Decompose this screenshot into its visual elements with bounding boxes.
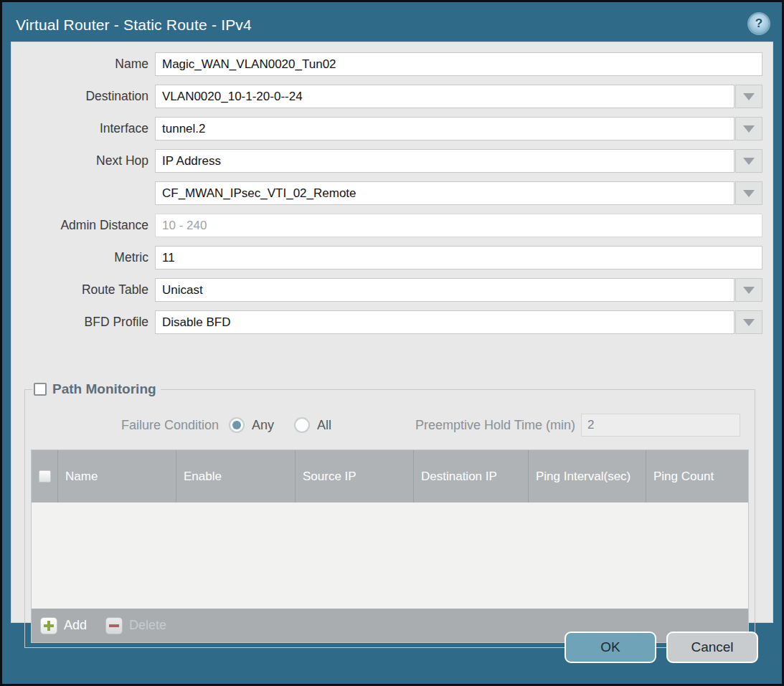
radio-icon	[294, 417, 310, 433]
chevron-down-icon	[743, 125, 755, 133]
next-hop-label: Next Hop	[11, 153, 155, 168]
add-button[interactable]: Add	[40, 617, 87, 634]
dialog-footer: OK Cancel	[565, 632, 758, 663]
table-body-empty	[32, 502, 748, 609]
radio-icon	[229, 417, 245, 433]
failure-condition-label: Failure Condition	[121, 418, 219, 433]
column-header-ping-count[interactable]: Ping Count	[646, 450, 748, 502]
metric-label: Metric	[11, 250, 155, 265]
column-header-source-ip[interactable]: Source IP	[295, 450, 413, 502]
failure-condition-row: Failure Condition Any All Preemptive Hol…	[31, 413, 749, 437]
column-header-name[interactable]: Name	[57, 450, 176, 502]
help-icon[interactable]: ?	[749, 14, 769, 34]
form-row-interface: Interface	[11, 117, 762, 140]
add-button-label: Add	[64, 618, 87, 633]
ok-button[interactable]: OK	[565, 632, 656, 663]
interface-label: Interface	[11, 121, 155, 136]
route-table-label: Route Table	[11, 282, 155, 297]
dialog-title: Virtual Router - Static Route - IPv4	[16, 16, 252, 34]
preemptive-hold-time-input[interactable]	[581, 414, 740, 437]
destination-dropdown-button[interactable]	[735, 85, 762, 108]
radio-all-label: All	[317, 418, 331, 433]
route-table-dropdown-button[interactable]	[735, 278, 762, 302]
next-hop-address-dropdown-button[interactable]	[735, 181, 762, 205]
admin-distance-label: Admin Distance	[11, 218, 155, 233]
next-hop-address-input[interactable]	[155, 181, 735, 205]
name-label: Name	[11, 57, 155, 72]
admin-distance-input[interactable]	[155, 214, 762, 237]
cancel-button[interactable]: Cancel	[666, 632, 758, 663]
static-route-dialog: Virtual Router - Static Route - IPv4 ? N…	[0, 0, 784, 686]
column-header-ping-interval[interactable]: Ping Interval(sec)	[528, 450, 646, 502]
destination-input[interactable]	[155, 85, 735, 108]
chevron-down-icon	[743, 319, 755, 326]
interface-input[interactable]	[155, 117, 735, 140]
minus-icon	[105, 617, 123, 634]
form-row-next-hop-address	[11, 181, 762, 205]
next-hop-type-input[interactable]	[155, 149, 735, 173]
next-hop-type-dropdown-button[interactable]	[735, 149, 762, 173]
bfd-profile-dropdown-button[interactable]	[735, 310, 762, 334]
column-header-enable[interactable]: Enable	[176, 450, 295, 502]
content-panel: Name Destination Interface	[11, 42, 773, 623]
select-all-checkbox[interactable]	[39, 470, 51, 482]
radio-any-label: Any	[252, 418, 274, 433]
form-row-route-table: Route Table	[11, 278, 762, 302]
chevron-down-icon	[743, 287, 755, 294]
form-row-bfd-profile: BFD Profile	[11, 310, 762, 334]
titlebar: Virtual Router - Static Route - IPv4 ?	[2, 2, 782, 42]
path-monitoring-table: Name Enable Source IP Destination IP Pin…	[31, 449, 749, 643]
path-monitoring-section: Path Monitoring Failure Condition Any Al…	[24, 381, 755, 648]
column-header-destination-ip[interactable]: Destination IP	[413, 450, 528, 502]
name-input[interactable]	[155, 52, 762, 76]
failure-condition-radio-any[interactable]: Any	[229, 417, 274, 433]
bfd-profile-label: BFD Profile	[11, 315, 155, 330]
table-header-row: Name Enable Source IP Destination IP Pin…	[32, 450, 748, 502]
select-all-cell	[32, 450, 57, 502]
route-table-input[interactable]	[155, 278, 735, 302]
form-row-destination: Destination	[11, 85, 762, 108]
failure-condition-radio-all[interactable]: All	[294, 417, 331, 433]
form-row-name: Name	[11, 52, 762, 76]
path-monitoring-legend: Path Monitoring	[32, 381, 161, 397]
interface-dropdown-button[interactable]	[735, 117, 762, 140]
path-monitoring-title: Path Monitoring	[52, 381, 156, 397]
form-row-metric: Metric	[11, 246, 762, 270]
destination-label: Destination	[11, 89, 155, 104]
metric-input[interactable]	[155, 246, 762, 270]
delete-button[interactable]: Delete	[105, 617, 166, 634]
chevron-down-icon	[743, 158, 755, 165]
path-monitoring-checkbox[interactable]	[34, 383, 47, 396]
chevron-down-icon	[743, 93, 755, 100]
plus-icon	[40, 617, 57, 634]
form-row-admin-distance: Admin Distance	[11, 214, 762, 237]
bfd-profile-input[interactable]	[155, 310, 735, 334]
delete-button-label: Delete	[129, 618, 166, 633]
form-row-next-hop: Next Hop	[11, 149, 762, 173]
preemptive-hold-time-label: Preemptive Hold Time (min)	[415, 418, 575, 433]
chevron-down-icon	[743, 190, 755, 197]
